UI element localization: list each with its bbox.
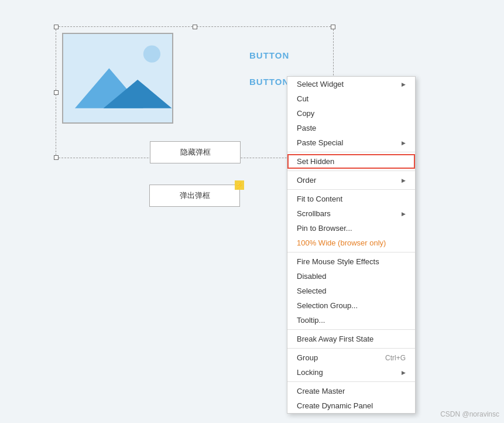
popup2-label: 弹出弹框	[180, 190, 210, 201]
separator-1	[287, 152, 415, 152]
menu-item-pin-to-browser[interactable]: Pin to Browser...	[287, 221, 415, 236]
separator-6	[287, 348, 415, 349]
menu-item-break-away[interactable]: Break Away First State	[287, 332, 415, 346]
menu-item-scrollbars[interactable]: Scrollbars	[287, 206, 415, 221]
menu-item-paste-special[interactable]: Paste Special	[287, 135, 415, 150]
menu-item-100-wide[interactable]: 100% Wide (browser only)	[287, 236, 415, 250]
menu-item-copy[interactable]: Copy	[287, 106, 415, 121]
menu-item-create-master[interactable]: Create Master	[287, 384, 415, 398]
separator-3	[287, 189, 415, 190]
handle-bl[interactable]	[54, 155, 59, 160]
separator-7	[287, 381, 415, 382]
menu-item-tooltip[interactable]: Tooltip...	[287, 313, 415, 328]
separator-2	[287, 170, 415, 171]
menu-item-fit-to-content[interactable]: Fit to Content	[287, 192, 415, 206]
svg-point-3	[143, 45, 160, 62]
button2-label: BUTTON	[249, 77, 289, 87]
menu-item-create-dynamic-panel[interactable]: Create Dynamic Panel	[287, 398, 415, 413]
menu-item-select-widget[interactable]: Select Widget	[287, 77, 415, 91]
button-widget-2[interactable]: BUTTON	[249, 77, 289, 87]
lightning-badge: ⚡	[235, 180, 244, 190]
menu-item-disabled[interactable]: Disabled	[287, 269, 415, 284]
menu-item-set-hidden[interactable]: Set Hidden	[287, 154, 415, 169]
menu-item-selected[interactable]: Selected	[287, 284, 415, 298]
handle-tl[interactable]	[54, 25, 59, 29]
popup-box-2[interactable]: 弹出弹框 ⚡	[149, 185, 240, 207]
separator-4	[287, 252, 415, 253]
menu-item-group[interactable]: Group Ctrl+G	[287, 350, 415, 365]
button1-label: BUTTON	[249, 50, 289, 60]
menu-item-fire-mouse[interactable]: Fire Mouse Style Effects	[287, 254, 415, 269]
watermark: CSDN @noravinsc	[440, 410, 499, 418]
menu-item-paste[interactable]: Paste	[287, 121, 415, 135]
button-widget-1[interactable]: BUTTON	[249, 50, 289, 60]
popup-box-1[interactable]: 隐藏弹框	[150, 141, 241, 163]
menu-item-order[interactable]: Order	[287, 173, 415, 187]
separator-5	[287, 329, 415, 330]
context-menu: Select Widget Cut Copy Paste Paste Speci…	[287, 76, 416, 414]
image-widget	[62, 33, 173, 124]
menu-item-selection-group[interactable]: Selection Group...	[287, 298, 415, 313]
popup1-label: 隐藏弹框	[180, 147, 211, 158]
canvas: BUTTON BUTTON 隐藏弹框 弹出弹框 ⚡ Select Widget …	[0, 0, 504, 423]
handle-ml[interactable]	[54, 90, 59, 95]
menu-item-cut[interactable]: Cut	[287, 91, 415, 106]
handle-tc[interactable]	[193, 25, 197, 29]
handle-tr[interactable]	[331, 25, 335, 29]
menu-item-locking[interactable]: Locking	[287, 365, 415, 380]
